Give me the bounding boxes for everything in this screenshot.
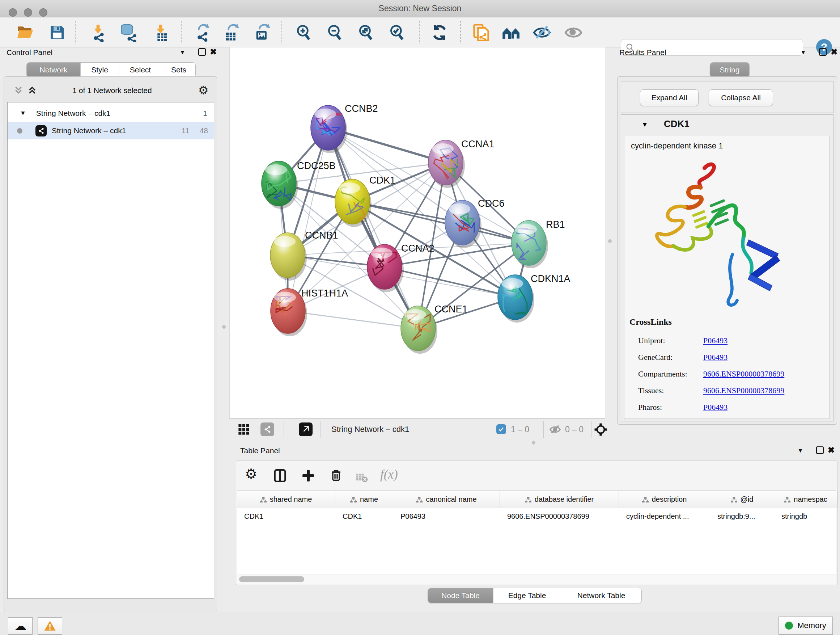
warnings-button[interactable] — [38, 617, 62, 635]
protein-collapse-icon[interactable]: ▼ — [641, 120, 648, 128]
network-node-cdk1[interactable]: CDK1 — [335, 175, 395, 227]
network-badge-icon[interactable] — [261, 423, 274, 436]
import-network-from-database-icon[interactable] — [118, 22, 139, 43]
zoom-out-icon[interactable] — [325, 22, 345, 43]
table-cell[interactable]: stringdb:9... — [710, 508, 774, 524]
network-view-canvas[interactable]: CCNB2CCNA1CDC25BCDK1CDC6RB1CCNB1CCNA2HIS… — [229, 47, 605, 418]
crosslink-link[interactable]: 9606.ENSP00000378699 — [703, 369, 784, 378]
grid-view-icon[interactable] — [238, 424, 249, 437]
toolbar-separator — [181, 21, 182, 43]
network-collection-row[interactable]: ▼ String Network – cdk1 1 — [8, 105, 214, 122]
export-image-icon[interactable] — [253, 22, 273, 43]
network-node-hist1h1a[interactable]: HIST1H1A — [271, 288, 348, 336]
collapse-all-button[interactable]: Collapse All — [709, 89, 773, 106]
column-header-description[interactable]: description — [619, 491, 710, 508]
crosslink-link[interactable]: P06493 — [703, 402, 728, 412]
zoom-in-icon[interactable] — [294, 22, 314, 43]
crosslink-link[interactable]: P06493 — [703, 353, 728, 362]
network-node-ccna2[interactable]: CCNA2 — [367, 243, 434, 292]
zoom-selected-icon[interactable] — [387, 22, 407, 43]
column-header-shared-name[interactable]: shared name — [237, 491, 335, 508]
protein-structure-image[interactable] — [635, 157, 791, 313]
network-node-ccne1[interactable]: CCNE1 — [401, 304, 468, 354]
network-node-ccnb2[interactable]: CCNB2 — [311, 103, 378, 153]
network-graph[interactable]: CCNB2CCNA1CDC25BCDK1CDC6RB1CCNB1CCNA2HIS… — [230, 48, 605, 418]
tab-network[interactable]: Network — [27, 63, 81, 77]
tab-string[interactable]: String — [710, 63, 749, 77]
results-panel-maximize-icon[interactable] — [819, 48, 827, 56]
collapse-all-networks-icon[interactable] — [14, 86, 23, 96]
network-edge-ccnb2-hist1h1a[interactable] — [288, 128, 328, 311]
table-hscrollbar[interactable] — [237, 575, 836, 584]
network-node-rb1[interactable]: RB1 — [512, 219, 565, 268]
import-network-icon[interactable] — [88, 22, 108, 43]
table-panel-float-icon[interactable]: ▼ — [797, 447, 804, 454]
left-splitter-handle[interactable] — [222, 325, 226, 329]
tab-select[interactable]: Select — [119, 63, 162, 77]
export-network-icon[interactable] — [193, 22, 213, 43]
birdseye-view-icon[interactable] — [299, 423, 313, 436]
column-header-canonical-name[interactable]: canonical name — [393, 491, 500, 508]
clone-network-icon[interactable] — [471, 22, 491, 43]
node-label-ccna2: CCNA2 — [401, 243, 434, 254]
network-node-cdc25b[interactable]: CDC25B — [262, 160, 336, 209]
node-label-cdc6: CDC6 — [478, 198, 505, 209]
table-hscrollbar-thumb[interactable] — [239, 576, 304, 582]
network-edge-hist1h1a-ccne1[interactable] — [288, 311, 418, 328]
table-panel-close-icon[interactable]: ✖ — [828, 445, 835, 455]
home-network-icon[interactable] — [501, 22, 521, 43]
table-cell[interactable]: stringdb — [774, 508, 837, 524]
control-panel-float-icon[interactable]: ▼ — [180, 49, 186, 56]
column-header-namespac[interactable]: namespac — [774, 491, 837, 508]
show-panel-eye-icon[interactable] — [563, 22, 584, 43]
zoom-fit-icon[interactable] — [356, 22, 376, 43]
tab-edge-table[interactable]: Edge Table — [493, 588, 561, 603]
table-cell[interactable]: 9606.ENSP00000378699 — [500, 508, 619, 524]
hide-panel-eye-slash-icon[interactable] — [532, 22, 552, 43]
network-edge-ccna2-cdkn1a[interactable] — [385, 267, 515, 297]
results-panel-float-icon[interactable]: ▼ — [800, 49, 806, 56]
column-header--id[interactable]: @id — [710, 491, 774, 508]
crosslink-link[interactable]: 9606.ENSP00000378699 — [703, 386, 784, 395]
hidden-eye-slash-icon[interactable] — [549, 424, 561, 437]
right-splitter-handle[interactable] — [608, 239, 612, 243]
network-node-ccna1[interactable]: CCNA1 — [428, 139, 494, 188]
tab-sets[interactable]: Sets — [162, 63, 195, 77]
import-table-icon[interactable] — [150, 22, 171, 43]
show-columns-icon[interactable] — [273, 469, 287, 484]
export-table-icon[interactable] — [221, 22, 242, 43]
control-panel-close-icon[interactable]: ✖ — [210, 47, 217, 57]
tab-network-table[interactable]: Network Table — [561, 588, 641, 603]
open-session-icon[interactable] — [15, 22, 35, 43]
memory-button[interactable]: Memory — [778, 616, 833, 635]
table-options-gear-icon[interactable]: ⚙ — [245, 466, 257, 482]
control-panel-maximize-icon[interactable] — [198, 48, 206, 56]
table-cell[interactable]: CDK1 — [237, 508, 335, 524]
column-header-database-identifier[interactable]: database identifier — [500, 491, 619, 508]
table-cell[interactable]: CDK1 — [335, 508, 393, 524]
expand-all-button[interactable]: Expand All — [640, 89, 699, 106]
create-column-plus-icon[interactable] — [302, 469, 315, 484]
network-node-cdkn1a[interactable]: CDKN1A — [498, 273, 570, 323]
network-row-selected[interactable]: String Network – cdk1 11 48 — [8, 122, 214, 139]
horizontal-splitter-handle[interactable] — [532, 441, 535, 445]
selected-checkbox-icon[interactable] — [496, 424, 506, 434]
tree-expand-icon[interactable]: ▼ — [20, 110, 26, 117]
network-node-cdc6[interactable]: CDC6 — [445, 198, 505, 248]
delete-column-trash-icon[interactable] — [330, 469, 343, 483]
network-options-gear-icon[interactable]: ⚙ — [198, 83, 209, 97]
tab-style[interactable]: Style — [81, 63, 119, 77]
column-type-icon — [525, 496, 531, 503]
cloud-status-button[interactable]: ☁ — [8, 617, 33, 635]
refresh-icon[interactable] — [429, 22, 450, 43]
table-panel-maximize-icon[interactable] — [816, 447, 824, 454]
tab-node-table[interactable]: Node Table — [428, 588, 493, 603]
table-cell[interactable]: P06493 — [393, 508, 500, 524]
results-panel-close-icon[interactable]: ✖ — [831, 47, 837, 57]
table-cell[interactable]: cyclin-dependent ... — [619, 508, 710, 524]
column-header-name[interactable]: name — [335, 491, 393, 508]
fit-content-crosshair-icon[interactable] — [594, 423, 607, 438]
expand-all-networks-icon[interactable] — [27, 86, 37, 96]
save-session-icon[interactable] — [47, 22, 67, 43]
crosslink-link[interactable]: P06493 — [703, 336, 728, 345]
